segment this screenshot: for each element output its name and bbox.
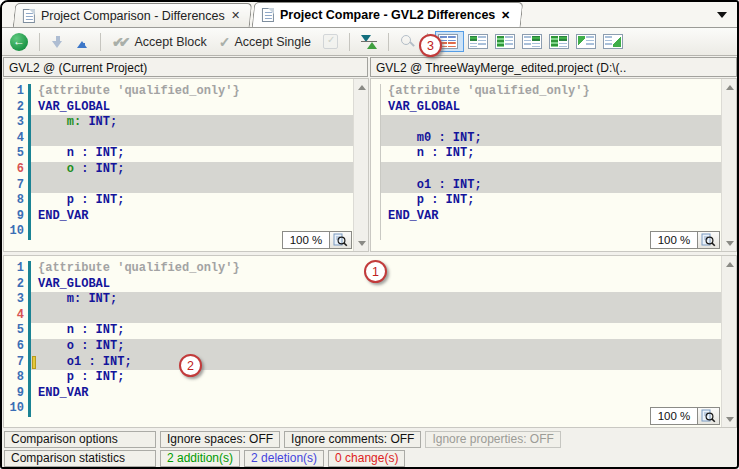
code-segment: m0 : INT;	[388, 131, 482, 145]
double-check-icon: ✔	[119, 35, 131, 49]
accept-edited-button[interactable]	[319, 32, 342, 51]
code-segment: o1 : INT;	[38, 355, 132, 369]
back-button[interactable]: ←	[6, 31, 32, 53]
code-line[interactable]: o1 : INT;	[371, 178, 721, 194]
right-code-pane[interactable]: {attribute 'qualified_only'}VAR_GLOBAL m…	[370, 78, 737, 252]
code-line[interactable]: 6 o : INT;	[4, 339, 721, 355]
code-line[interactable]: p : INT;	[371, 193, 721, 209]
code-segment: END_VAR	[388, 209, 438, 223]
code-segment: m: INT;	[38, 292, 117, 306]
code-segment: o	[67, 162, 74, 176]
code-text: VAR_GLOBAL	[31, 100, 353, 116]
scroll-up-icon[interactable]	[722, 256, 737, 271]
callout-badge-1: 1	[364, 260, 387, 283]
code-line[interactable]: 7	[4, 178, 353, 194]
toolbar-separator	[349, 33, 350, 51]
code-segment: n : INT;	[38, 323, 124, 337]
code-line[interactable]: 4	[4, 308, 721, 324]
tab-list-dropdown-icon[interactable]	[717, 12, 727, 23]
scroll-up-icon[interactable]	[722, 79, 737, 94]
code-text: m: INT;	[31, 115, 353, 131]
code-text: n : INT;	[31, 323, 721, 339]
code-text	[31, 401, 721, 417]
zoom-level-box[interactable]: 100 %	[650, 407, 698, 425]
gutter	[371, 115, 381, 131]
scroll-up-icon[interactable]	[354, 79, 369, 94]
view-mode-merge-right-icon[interactable]	[603, 34, 623, 49]
code-line[interactable]: 2VAR_GLOBAL	[4, 277, 721, 293]
code-line[interactable]: 7 o1 : INT;	[4, 355, 721, 371]
code-line[interactable]: 10	[4, 401, 721, 417]
code-line[interactable]: 9END_VAR	[4, 209, 353, 225]
code-line[interactable]: 1{attribute 'qualified_only'}	[4, 261, 721, 277]
line-number: 9	[4, 209, 31, 225]
zoom-magnifier-button[interactable]	[698, 407, 720, 425]
vertical-scrollbar[interactable]	[721, 79, 736, 251]
line-number: 4	[4, 131, 31, 147]
scroll-down-icon[interactable]	[722, 412, 737, 427]
search-differences-button[interactable]	[396, 32, 420, 51]
accept-single-button[interactable]: ✓ Accept Single	[215, 33, 315, 51]
view-mode-left-full-icon[interactable]	[495, 34, 515, 49]
code-line[interactable]	[371, 162, 721, 178]
tab-project-compare-gvl2[interactable]: Project Compare - GVL2 Differences ✕	[252, 2, 523, 27]
comparison-statistics-row: Comparison statistics 2 addition(s) 2 de…	[2, 449, 737, 467]
accept-block-button[interactable]: ✔✔ Accept Block	[108, 33, 211, 51]
code-lines: 1{attribute 'qualified_only'}2VAR_GLOBAL…	[4, 261, 721, 417]
zoom-bar: 100 %	[650, 231, 720, 249]
next-difference-button[interactable]	[47, 33, 68, 51]
code-segment: n : INT;	[38, 146, 124, 160]
line-number: 2	[4, 100, 31, 116]
view-mode-left-header-icon[interactable]	[468, 34, 488, 49]
accept-single-label: Accept Single	[234, 35, 310, 49]
ignore-comments-cell[interactable]: Ignore comments: OFF	[284, 431, 421, 448]
code-line[interactable]: 8 p : INT;	[4, 193, 353, 209]
magnifier-page-icon	[701, 409, 716, 423]
previous-difference-button[interactable]	[72, 33, 93, 51]
code-segment: o : INT;	[38, 339, 124, 353]
view-mode-right-header-icon[interactable]	[522, 34, 542, 49]
code-line[interactable]: VAR_GLOBAL	[371, 100, 721, 116]
code-line[interactable]: 5 n : INT;	[4, 146, 353, 162]
left-code-pane[interactable]: 1{attribute 'qualified_only'}2VAR_GLOBAL…	[3, 78, 369, 252]
code-line[interactable]: 9END_VAR	[4, 386, 721, 402]
code-text: VAR_GLOBAL	[381, 100, 721, 116]
view-mode-merge-left-icon[interactable]	[576, 34, 596, 49]
code-line[interactable]: 3 m: INT;	[4, 292, 721, 308]
code-line[interactable]: n : INT;	[371, 146, 721, 162]
code-text: o1 : INT;	[381, 178, 721, 194]
code-line[interactable]: 8 p : INT;	[4, 370, 721, 386]
code-text: END_VAR	[381, 209, 721, 225]
line-number: 2	[4, 277, 31, 293]
sync-differences-button[interactable]	[357, 32, 381, 51]
code-line[interactable]: 6 o : INT;	[4, 162, 353, 178]
code-line[interactable]: 5 n : INT;	[4, 323, 721, 339]
scroll-down-icon[interactable]	[354, 236, 369, 251]
zoom-level-box[interactable]: 100 %	[282, 231, 330, 249]
code-line[interactable]: 1{attribute 'qualified_only'}	[4, 84, 353, 100]
code-line[interactable]: 2VAR_GLOBAL	[4, 100, 353, 116]
code-line[interactable]: END_VAR	[371, 209, 721, 225]
zoom-level-box[interactable]: 100 %	[650, 231, 698, 249]
code-line[interactable]: {attribute 'qualified_only'}	[371, 84, 721, 100]
code-line[interactable]	[371, 115, 721, 131]
code-line[interactable]: 4	[4, 131, 353, 147]
code-segment: p : INT;	[38, 193, 124, 207]
code-line[interactable]: 3 m: INT;	[4, 115, 353, 131]
vertical-scrollbar[interactable]	[353, 79, 368, 251]
zoom-magnifier-button[interactable]	[330, 231, 352, 249]
scroll-down-icon[interactable]	[722, 236, 737, 251]
code-segment: END_VAR	[38, 209, 88, 223]
view-mode-both-icon[interactable]	[549, 34, 569, 49]
line-number: 8	[4, 193, 31, 209]
ignore-spaces-cell[interactable]: Ignore spaces: OFF	[160, 431, 280, 448]
code-line[interactable]: m0 : INT;	[371, 131, 721, 147]
code-segment: p : INT;	[38, 370, 124, 384]
code-segment: {attribute 'qualified_only'}	[38, 261, 240, 275]
close-icon[interactable]: ✕	[501, 9, 510, 22]
line-number: 7	[4, 355, 31, 371]
close-icon[interactable]: ✕	[231, 9, 240, 22]
zoom-magnifier-button[interactable]	[698, 231, 720, 249]
tab-project-comparison[interactable]: Project Comparison - Differences ✕	[13, 3, 253, 27]
vertical-scrollbar[interactable]	[721, 256, 736, 427]
